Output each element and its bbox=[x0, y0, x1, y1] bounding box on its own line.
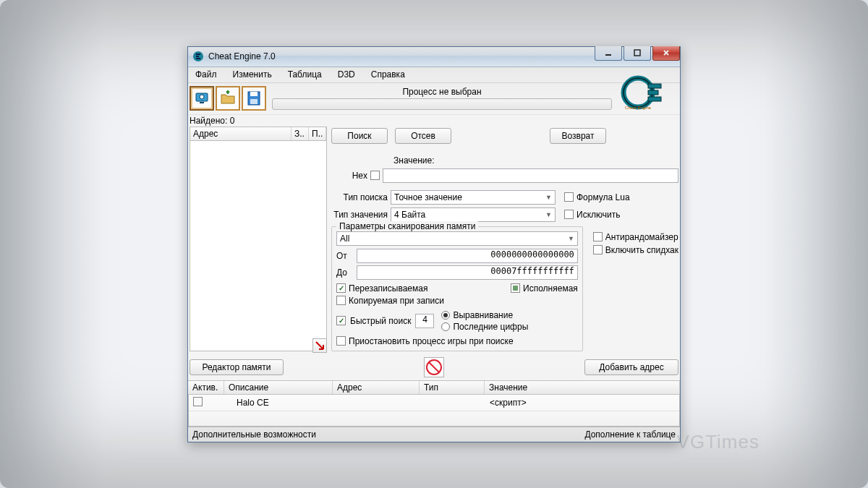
pause-game-label: Приостановить процесс игры при поиске bbox=[349, 336, 514, 346]
hex-label: Hex bbox=[331, 171, 367, 181]
cheat-engine-window: Cheat Engine 7.0 Файл Изменить Таблица D… bbox=[187, 46, 681, 442]
results-list[interactable] bbox=[190, 141, 327, 351]
scan-type-label: Тип поиска bbox=[331, 192, 388, 202]
svg-rect-4 bbox=[200, 102, 204, 103]
from-input[interactable]: 0000000000000000 bbox=[357, 249, 578, 263]
statusbar: Дополнительные возможности Дополнение к … bbox=[188, 427, 680, 442]
found-count-line: Найдено: 0 bbox=[188, 115, 680, 127]
maximize-button[interactable] bbox=[624, 46, 651, 61]
row-description[interactable]: Halo CE bbox=[229, 398, 338, 408]
executable-checkbox[interactable] bbox=[511, 283, 520, 293]
svg-rect-2 bbox=[634, 50, 640, 56]
progress-bar bbox=[272, 98, 612, 110]
writable-checkbox[interactable] bbox=[336, 283, 346, 293]
menu-table[interactable]: Таблица bbox=[284, 68, 326, 81]
antirandomizer-checkbox[interactable] bbox=[593, 232, 603, 241]
svg-rect-10 bbox=[648, 84, 661, 88]
svg-rect-8 bbox=[250, 99, 258, 104]
hex-checkbox[interactable] bbox=[370, 171, 380, 180]
svg-rect-11 bbox=[648, 90, 658, 95]
memory-editor-button[interactable]: Редактор памяти bbox=[190, 359, 284, 375]
fast-scan-value-input[interactable]: 4 bbox=[415, 314, 434, 328]
col-description[interactable]: Описание bbox=[224, 381, 333, 394]
lua-formula-label: Формула Lua bbox=[576, 192, 630, 202]
last-digits-radio[interactable] bbox=[441, 322, 450, 331]
row-active-checkbox[interactable] bbox=[193, 397, 203, 406]
svg-point-5 bbox=[200, 95, 204, 99]
scan-type-select[interactable]: Точное значение▼ bbox=[391, 190, 556, 205]
titlebar[interactable]: Cheat Engine 7.0 bbox=[188, 47, 680, 67]
svg-rect-7 bbox=[250, 92, 258, 96]
found-label: Найдено: bbox=[190, 116, 227, 126]
col-type[interactable]: Тип bbox=[420, 381, 485, 394]
col-prev-short[interactable]: П.. bbox=[309, 127, 326, 140]
last-digits-label: Последние цифры bbox=[453, 322, 528, 332]
cheat-table-body[interactable]: Halo CE <скрипт> bbox=[188, 395, 680, 427]
table-row[interactable]: Halo CE <скрипт> bbox=[189, 395, 679, 411]
fast-scan-label: Быстрый поиск bbox=[350, 316, 411, 326]
add-address-button[interactable]: Добавить адрес bbox=[584, 359, 678, 375]
value-input[interactable] bbox=[383, 168, 678, 183]
menu-d3d[interactable]: D3D bbox=[333, 68, 359, 81]
row-value[interactable]: <скрипт> bbox=[490, 398, 675, 408]
menu-help[interactable]: Справка bbox=[367, 68, 409, 81]
from-label: От bbox=[336, 251, 354, 261]
pause-game-checkbox[interactable] bbox=[336, 336, 346, 346]
svg-text:Cheat Engine: Cheat Engine bbox=[625, 106, 652, 110]
cheat-table-header[interactable]: Актив. Описание Адрес Тип Значение bbox=[188, 380, 680, 395]
copy-on-write-checkbox[interactable] bbox=[336, 296, 346, 305]
exclude-checkbox[interactable] bbox=[564, 210, 574, 219]
value-type-select[interactable]: 4 Байта▼ bbox=[391, 207, 556, 222]
menubar: Файл Изменить Таблица D3D Справка bbox=[188, 67, 680, 83]
col-address[interactable]: Адрес bbox=[190, 127, 292, 140]
col-value-short[interactable]: З.. bbox=[292, 127, 309, 140]
add-to-table-arrow-button[interactable] bbox=[312, 338, 327, 353]
open-file-button[interactable] bbox=[216, 86, 240, 111]
col-address-ct[interactable]: Адрес bbox=[333, 381, 420, 394]
speedhack-label: Включить спидхак bbox=[605, 245, 678, 255]
executable-label: Исполняемая bbox=[523, 283, 578, 294]
filter-button[interactable]: Отсев bbox=[395, 128, 451, 144]
fast-scan-checkbox[interactable] bbox=[336, 316, 346, 325]
writable-label: Перезаписываемая bbox=[349, 283, 427, 294]
app-icon bbox=[192, 51, 204, 62]
exclude-label: Исключить bbox=[576, 210, 620, 220]
col-active[interactable]: Актив. bbox=[188, 381, 224, 394]
scan-params-group-title: Параметры сканирования памяти bbox=[336, 221, 478, 231]
col-value[interactable]: Значение bbox=[485, 381, 680, 394]
save-button[interactable] bbox=[242, 86, 266, 111]
found-value: 0 bbox=[230, 116, 235, 126]
undo-scan-button[interactable]: Возврат bbox=[550, 128, 606, 144]
svg-rect-12 bbox=[648, 97, 661, 101]
cheat-engine-logo-icon[interactable]: Cheat Engine bbox=[616, 69, 668, 116]
value-type-label: Тип значения bbox=[331, 210, 388, 220]
process-status-label: Процесс не выбран bbox=[272, 87, 612, 97]
to-label: До bbox=[336, 267, 354, 278]
alignment-label: Выравнивание bbox=[453, 310, 513, 320]
watermark: VGTimes bbox=[677, 431, 760, 453]
window-title: Cheat Engine 7.0 bbox=[208, 51, 593, 61]
lua-formula-checkbox[interactable] bbox=[564, 192, 574, 202]
results-list-header[interactable]: Адрес З.. П.. bbox=[190, 127, 327, 141]
search-button[interactable]: Поиск bbox=[331, 128, 388, 144]
antirandomizer-label: Антирандомайзер bbox=[605, 232, 678, 242]
delete-icon bbox=[426, 359, 442, 375]
delete-button[interactable] bbox=[424, 357, 444, 377]
to-input[interactable]: 00007fffffffffff bbox=[357, 265, 578, 280]
speedhack-checkbox[interactable] bbox=[593, 245, 603, 254]
svg-rect-1 bbox=[605, 54, 611, 56]
copy-on-write-label: Копируемая при записи bbox=[349, 296, 444, 306]
select-process-button[interactable] bbox=[190, 86, 214, 111]
menu-file[interactable]: Файл bbox=[191, 68, 221, 81]
value-label: Значение: bbox=[393, 155, 435, 166]
status-left[interactable]: Дополнительные возможности bbox=[192, 429, 316, 440]
close-button[interactable] bbox=[652, 46, 680, 61]
scan-region-select[interactable]: All▼ bbox=[336, 231, 578, 246]
status-right[interactable]: Дополнение к таблице bbox=[584, 429, 676, 440]
minimize-button[interactable] bbox=[595, 46, 622, 61]
toolbar: Процесс не выбран Cheat Engine Настройки bbox=[188, 83, 680, 115]
menu-edit[interactable]: Изменить bbox=[229, 68, 276, 81]
alignment-radio[interactable] bbox=[441, 311, 450, 320]
